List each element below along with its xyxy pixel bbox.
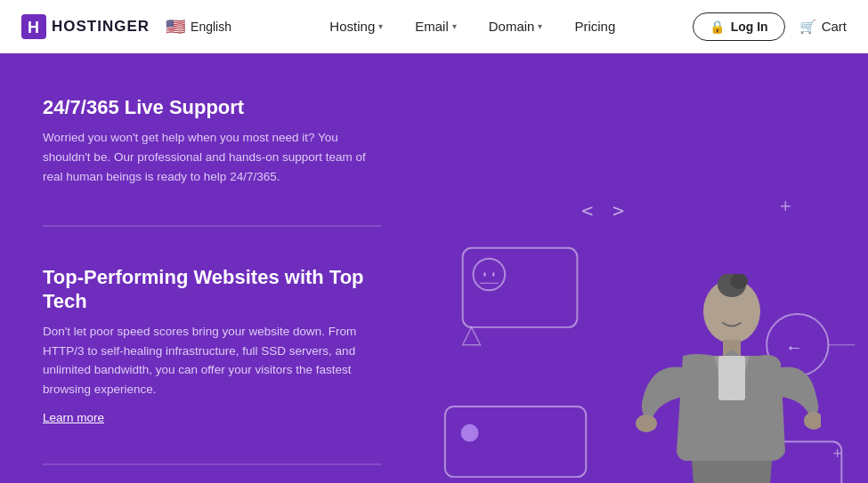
svg-point-3 (474, 259, 506, 291)
svg-rect-18 (445, 407, 586, 477)
hero-content: 24/7/365 Live Support Worried you won't … (0, 53, 436, 483)
language-selector[interactable]: 🇺🇸 English (166, 17, 231, 36)
divider-1 (43, 225, 381, 227)
learn-more-link[interactable]: Learn more (43, 411, 401, 424)
language-label: English (191, 20, 231, 34)
svg-point-25 (636, 415, 657, 432)
feature-tech-desc: Don't let poor speed scores bring your w… (43, 322, 381, 398)
chevron-down-icon: ▾ (452, 21, 457, 31)
chevron-down-icon: ▾ (378, 21, 383, 31)
feature-tech: Top-Performing Websites with Top Tech Do… (43, 266, 401, 424)
svg-text:+: + (780, 195, 791, 217)
person-figure (634, 274, 821, 483)
feature-support-desc: Worried you won't get help when you most… (43, 128, 381, 186)
login-label: Log In (731, 20, 768, 34)
divider-2 (43, 463, 381, 465)
navbar: H HOSTINGER 🇺🇸 English Hosting ▾ Email ▾… (0, 0, 868, 53)
flag-icon: 🇺🇸 (166, 17, 185, 36)
feature-support: 24/7/365 Live Support Worried you won't … (43, 96, 401, 186)
svg-marker-7 (463, 327, 481, 345)
nav-domain[interactable]: Domain ▾ (473, 0, 559, 53)
logo[interactable]: H HOSTINGER (21, 14, 150, 39)
hero-section: 24/7/365 Live Support Worried you won't … (0, 53, 868, 483)
nav-email-label: Email (415, 19, 449, 34)
chevron-down-icon: ▾ (538, 21, 542, 31)
feature-support-title: 24/7/365 Live Support (43, 96, 401, 119)
svg-text:+: + (832, 445, 841, 463)
cart-button[interactable]: 🛒 Cart (799, 19, 847, 35)
cart-label: Cart (822, 19, 847, 34)
nav-pricing[interactable]: Pricing (558, 0, 631, 53)
feature-tech-title: Top-Performing Websites with Top Tech (43, 266, 401, 313)
svg-text:>: > (612, 199, 624, 221)
svg-point-26 (804, 412, 821, 430)
login-button[interactable]: 🔒 Log In (693, 12, 785, 41)
cart-icon: 🛒 (799, 19, 816, 35)
navbar-actions: 🔒 Log In 🛒 Cart (693, 12, 847, 41)
nav-email[interactable]: Email ▾ (399, 0, 473, 53)
lock-icon: 🔒 (710, 20, 725, 34)
svg-rect-27 (718, 356, 745, 400)
logo-text: HOSTINGER (52, 18, 150, 36)
nav-hosting[interactable]: Hosting ▾ (313, 0, 399, 53)
hostinger-logo-icon: H (21, 14, 46, 39)
svg-text:<: < (581, 199, 593, 221)
hero-illustration: < > + ← + (436, 53, 868, 483)
nav-hosting-label: Hosting (329, 19, 375, 34)
nav-domain-label: Domain (489, 19, 535, 34)
svg-text:H: H (28, 19, 39, 36)
main-nav: Hosting ▾ Email ▾ Domain ▾ Pricing (253, 0, 693, 53)
nav-pricing-label: Pricing (574, 19, 615, 34)
svg-point-19 (461, 424, 479, 442)
